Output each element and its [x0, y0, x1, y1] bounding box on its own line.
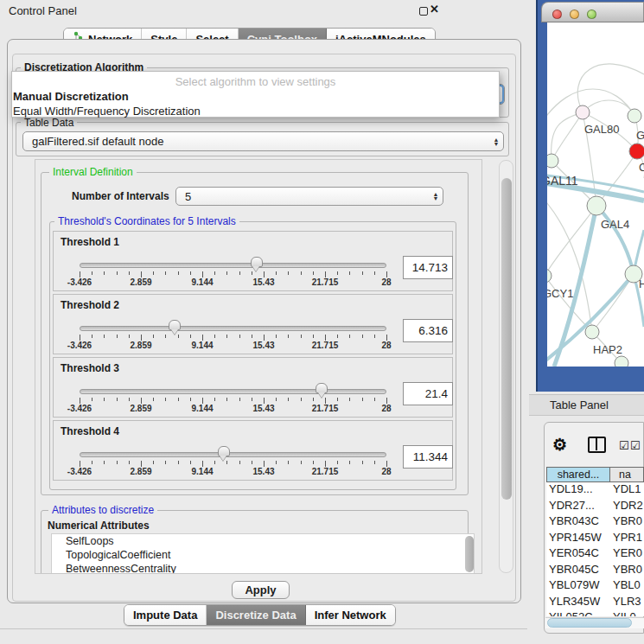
- column-header-name[interactable]: na: [610, 467, 644, 482]
- tick-mark: [92, 335, 92, 338]
- attribute-list-item[interactable]: SelfLoops: [52, 534, 474, 548]
- threshold-label: Threshold 2: [61, 299, 119, 311]
- slider-handle[interactable]: [316, 383, 328, 393]
- threshold-value-field[interactable]: 14.713: [403, 256, 453, 279]
- slider-track[interactable]: [80, 389, 386, 394]
- slider-handle[interactable]: [218, 446, 230, 456]
- cell-name: YDL1: [610, 482, 644, 499]
- gear-icon[interactable]: ⚙: [552, 435, 567, 455]
- table-hscrollbar-thumb[interactable]: [547, 618, 632, 628]
- tick-mark: [374, 335, 375, 338]
- network-node[interactable]: [585, 325, 599, 339]
- network-node[interactable]: [615, 356, 628, 367]
- close-icon[interactable]: ✕: [430, 3, 439, 16]
- tick-mark: [104, 398, 105, 401]
- tick-mark: [313, 335, 314, 338]
- tick-mark: [288, 271, 289, 275]
- network-node[interactable]: [547, 154, 558, 168]
- attributes-list-scrollbar[interactable]: [465, 536, 474, 572]
- dropdown-item-equal-width[interactable]: Equal Width/Frequency Discretization: [12, 104, 499, 118]
- tick-mark: [214, 271, 215, 275]
- slider-track[interactable]: [80, 326, 386, 331]
- network-canvas[interactable]: GAL80GCGAL11GAL4GCY1HHAP2: [547, 22, 644, 367]
- tick-mark: [153, 271, 154, 275]
- tick-mark: [325, 461, 326, 467]
- dropdown-placeholder: Select algorithm to view settings: [12, 72, 499, 89]
- table-row[interactable]: YIL052CYIL0: [546, 610, 644, 616]
- attribute-list-item[interactable]: TopologicalCoefficient: [52, 548, 474, 562]
- threshold-value-field[interactable]: 6.316: [403, 319, 453, 342]
- tab-impute-data[interactable]: Impute Data: [124, 605, 207, 625]
- slider-handle[interactable]: [251, 257, 263, 267]
- table-row[interactable]: YDR27...YDR2: [546, 499, 644, 515]
- network-node[interactable]: [587, 196, 606, 215]
- tick-label: 9.144: [191, 404, 213, 413]
- cell-name: YPR1: [610, 531, 644, 547]
- apply-button[interactable]: Apply: [232, 581, 290, 599]
- close-traffic-light-icon[interactable]: [552, 10, 562, 19]
- tick-mark: [165, 398, 166, 401]
- table-row[interactable]: YLR345WYLR3: [546, 595, 644, 611]
- table-data-combobox[interactable]: galFiltered.sif default node ▲▼: [22, 131, 504, 151]
- cell-name: YBR0: [610, 514, 644, 531]
- table-row[interactable]: YBR043CYBR0: [546, 514, 644, 531]
- tick-label: 21.715: [312, 277, 339, 287]
- table-body: YDL19...YDL1YDR27...YDR2YBR043CYBR0YPR14…: [546, 482, 644, 616]
- columns-icon[interactable]: [588, 437, 606, 453]
- threshold-label: Threshold 4: [61, 425, 119, 437]
- network-node[interactable]: [628, 109, 641, 123]
- slider-track[interactable]: [80, 263, 386, 268]
- network-node[interactable]: [576, 105, 590, 119]
- tick-label: 2.859: [130, 404, 151, 413]
- minimize-traffic-light-icon[interactable]: [570, 10, 579, 19]
- checkbox-icon[interactable]: ☑: [619, 439, 629, 452]
- cell-shared-name: YBL079W: [546, 578, 610, 595]
- tick-mark: [117, 271, 118, 275]
- node-label-gal4: GAL4: [601, 218, 629, 231]
- network-node[interactable]: [547, 269, 552, 283]
- tick-mark: [386, 335, 387, 341]
- dropdown-item-manual-discretization[interactable]: Manual Discretization: [12, 89, 499, 104]
- tick-mark: [337, 398, 338, 401]
- threshold-label: Threshold 3: [61, 362, 119, 374]
- checkbox-icon[interactable]: ☑: [630, 439, 641, 452]
- tick-mark: [92, 271, 92, 275]
- network-edge: [547, 89, 634, 124]
- panel-scrollbar-thumb[interactable]: [501, 178, 512, 500]
- column-header-shared-name[interactable]: shared...: [546, 467, 610, 482]
- slider-handle[interactable]: [169, 320, 181, 330]
- num-intervals-combobox[interactable]: 5 ▲▼: [175, 187, 443, 206]
- threshold-value-field[interactable]: 11.344: [403, 445, 453, 469]
- tab-discretize-data[interactable]: Discretize Data: [207, 605, 305, 625]
- tick-mark: [288, 461, 289, 464]
- table-panel-title: Table Panel: [550, 399, 609, 411]
- cell-name: YDR2: [610, 499, 644, 515]
- threshold-panel-1: Threshold 1-3.4262.8599.14415.4321.71528…: [53, 231, 453, 291]
- slider-track[interactable]: [80, 452, 386, 457]
- tick-mark: [80, 271, 80, 277]
- network-node[interactable]: [629, 143, 644, 159]
- float-window-icon[interactable]: [419, 7, 428, 16]
- tick-label: 28: [381, 277, 391, 287]
- tick-label: 9.144: [191, 341, 213, 350]
- table-row[interactable]: YBL079WYBL0: [546, 578, 644, 595]
- tick-label: 2.859: [130, 277, 151, 287]
- cell-shared-name: YPR145W: [546, 531, 610, 547]
- tick-mark: [226, 271, 227, 275]
- table-row[interactable]: YBR045CYBR0: [546, 563, 644, 579]
- tick-mark: [386, 398, 387, 404]
- attributes-list[interactable]: SelfLoopsTopologicalCoefficientBetweenne…: [51, 533, 475, 574]
- tick-mark: [80, 461, 80, 467]
- tick-label: 9.144: [191, 277, 213, 287]
- zoom-traffic-light-icon[interactable]: [587, 10, 596, 19]
- threshold-panel-4: Threshold 4-3.4262.8599.14415.4321.71528…: [53, 420, 453, 481]
- attribute-list-item[interactable]: BetweennessCentrality: [52, 562, 474, 574]
- node-label-gal80: GAL80: [584, 123, 619, 136]
- table-row[interactable]: YPR145WYPR1: [546, 531, 644, 547]
- table-row[interactable]: YER054CYER0: [546, 546, 644, 563]
- threshold-value-field[interactable]: 21.4: [403, 382, 453, 405]
- table-row[interactable]: YDL19...YDL1: [546, 482, 644, 499]
- tick-mark: [153, 461, 154, 464]
- network-window-titlebar[interactable]: [541, 2, 644, 22]
- tab-infer-network[interactable]: Infer Network: [306, 605, 395, 625]
